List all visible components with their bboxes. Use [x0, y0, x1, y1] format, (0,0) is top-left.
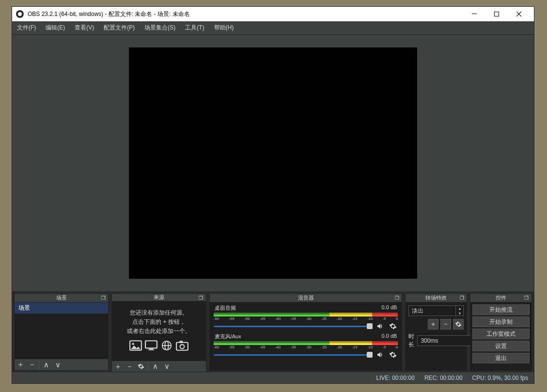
popout-icon[interactable]: ❐ — [198, 295, 204, 301]
add-scene-button[interactable]: ＋ — [15, 359, 26, 371]
remove-source-button[interactable]: － — [124, 361, 135, 372]
svg-rect-1 — [495, 12, 499, 16]
add-source-button[interactable]: ＋ — [112, 361, 124, 372]
svg-point-5 — [132, 343, 134, 345]
speaker-icon[interactable] — [375, 350, 385, 360]
minimize-button[interactable] — [463, 7, 485, 21]
dock-controls: 控件 ❐ 开始推流 开始录制 工作室模式 设置 退出 — [470, 293, 532, 371]
close-button[interactable] — [508, 7, 530, 21]
volume-meter: -60-55-50-45-40-35-30-25-20-15-10-50 — [214, 313, 398, 320]
status-rec: REC: 00:00:00 — [424, 375, 463, 381]
dock-sources-header[interactable]: 来源 ❐ — [112, 294, 205, 302]
mixer-channel-name: 麦克风/Aux — [215, 333, 241, 340]
transition-select[interactable]: 淡出 ▲▼ — [408, 305, 464, 316]
dock-mixer: 混音器 ❐ 桌面音频 0.0 dB -60-55-50-45-40-35-30-… — [209, 293, 403, 371]
popout-icon[interactable]: ❐ — [524, 295, 530, 301]
add-transition-button[interactable]: ＋ — [428, 319, 438, 330]
settings-button[interactable]: 设置 — [472, 341, 530, 351]
dock-controls-title: 控件 — [496, 294, 506, 302]
dock-transitions-title: 转场特效 — [425, 294, 447, 302]
scene-item[interactable]: 场景 — [15, 302, 108, 314]
start-recording-button[interactable]: 开始录制 — [472, 317, 530, 327]
monitor-icon — [145, 340, 157, 354]
svg-point-14 — [180, 344, 185, 348]
menubar: 文件(F) 编辑(E) 查看(V) 配置文件(P) 场景集合(S) 工具(T) … — [12, 21, 534, 35]
svg-rect-6 — [145, 341, 157, 348]
obs-logo-icon — [16, 10, 24, 18]
scene-up-button[interactable]: ∧ — [40, 359, 52, 371]
source-up-button[interactable]: ∧ — [149, 361, 161, 372]
popout-icon[interactable]: ❐ — [100, 295, 106, 301]
dock-scenes-header[interactable]: 场景 ❐ — [15, 294, 108, 302]
mixer-channel-db: 0.0 dB — [382, 304, 397, 312]
popout-icon[interactable]: ❐ — [394, 295, 400, 301]
studio-mode-button[interactable]: 工作室模式 — [472, 329, 530, 339]
svg-rect-7 — [149, 348, 154, 349]
status-live: LIVE: 00:00:00 — [376, 375, 414, 381]
popout-icon[interactable]: ❐ — [459, 295, 465, 301]
source-properties-button[interactable] — [135, 361, 147, 372]
dock-controls-header[interactable]: 控件 ❐ — [470, 294, 531, 302]
mixer-channel-db: 0.0 dB — [382, 333, 397, 340]
dock-sources: 来源 ❐ 您还没有添加任何源。 点击下面的 + 按钮， 或者右击此处添加一个。 — [111, 293, 206, 371]
mixer-channel-mic: 麦克风/Aux 0.0 dB -60-55-50-45-40-35-30-25-… — [214, 333, 398, 360]
svg-rect-8 — [148, 349, 155, 350]
dock-mixer-header[interactable]: 混音器 ❐ — [210, 294, 402, 302]
menu-view[interactable]: 查看(V) — [70, 21, 99, 34]
menu-profile[interactable]: 配置文件(P) — [99, 21, 140, 34]
titlebar[interactable]: OBS 23.2.1 (64-bit, windows) - 配置文件: 未命名… — [12, 7, 534, 21]
menu-file[interactable]: 文件(F) — [12, 21, 41, 34]
svg-rect-13 — [180, 341, 183, 343]
remove-transition-button[interactable]: － — [440, 319, 451, 330]
volume-meter: -60-55-50-45-40-35-30-25-20-15-10-50 — [214, 341, 398, 349]
mixer-list: 桌面音频 0.0 dB -60-55-50-45-40-35-30-25-20-… — [210, 302, 402, 370]
dock-transitions: 转场特效 ❐ 淡出 ▲▼ ＋ － 时长 ▲▼ — [405, 293, 467, 371]
window-title: OBS 23.2.1 (64-bit, windows) - 配置文件: 未命名… — [28, 10, 463, 18]
menu-help[interactable]: 帮助(H) — [209, 21, 239, 34]
maximize-button[interactable] — [485, 7, 508, 21]
dock-sources-title: 来源 — [154, 294, 164, 301]
mixer-channel-desktop: 桌面音频 0.0 dB -60-55-50-45-40-35-30-25-20-… — [214, 304, 398, 331]
menu-scene-collection[interactable]: 场景集合(S) — [140, 21, 180, 34]
dock-scenes-title: 场景 — [56, 294, 67, 302]
image-icon — [129, 340, 142, 354]
duration-label: 时长 — [408, 332, 414, 349]
remove-scene-button[interactable]: － — [26, 359, 38, 371]
scene-list[interactable]: 场景 — [15, 302, 108, 359]
gear-icon[interactable] — [388, 350, 398, 360]
preview-canvas[interactable] — [129, 47, 417, 279]
svg-rect-0 — [472, 14, 477, 14]
start-streaming-button[interactable]: 开始推流 — [472, 304, 530, 315]
sources-empty-hint[interactable]: 您还没有添加任何源。 点击下面的 + 按钮， 或者右击此处添加一个。 — [112, 302, 205, 361]
source-down-button[interactable]: ∨ — [161, 361, 172, 372]
mixer-channel-name: 桌面音频 — [215, 304, 236, 312]
obs-window: OBS 23.2.1 (64-bit, windows) - 配置文件: 未命名… — [12, 6, 534, 384]
volume-slider[interactable] — [214, 351, 373, 359]
dock-mixer-title: 混音器 — [298, 294, 314, 302]
menu-tools[interactable]: 工具(T) — [180, 21, 209, 34]
gear-icon[interactable] — [388, 321, 398, 331]
menu-edit[interactable]: 编辑(E) — [41, 21, 70, 34]
docks-row: 场景 ❐ 场景 ＋ － ∧ ∨ 来源 ❐ — [12, 291, 534, 372]
dock-transitions-header[interactable]: 转场特效 ❐ — [406, 294, 467, 302]
status-cpu: CPU: 0.9%, 30.00 fps — [472, 375, 528, 381]
transition-properties-button[interactable] — [453, 319, 464, 330]
volume-slider[interactable] — [214, 322, 373, 330]
statusbar: LIVE: 00:00:00 REC: 00:00:00 CPU: 0.9%, … — [12, 372, 534, 383]
speaker-icon[interactable] — [375, 321, 385, 331]
preview-area[interactable] — [12, 35, 534, 291]
dock-scenes: 场景 ❐ 场景 ＋ － ∧ ∨ — [14, 293, 109, 371]
updown-icon[interactable]: ▲▼ — [455, 306, 463, 316]
globe-icon — [160, 340, 173, 354]
camera-icon — [176, 340, 188, 354]
scene-down-button[interactable]: ∨ — [52, 359, 63, 371]
exit-button[interactable]: 退出 — [472, 353, 530, 363]
